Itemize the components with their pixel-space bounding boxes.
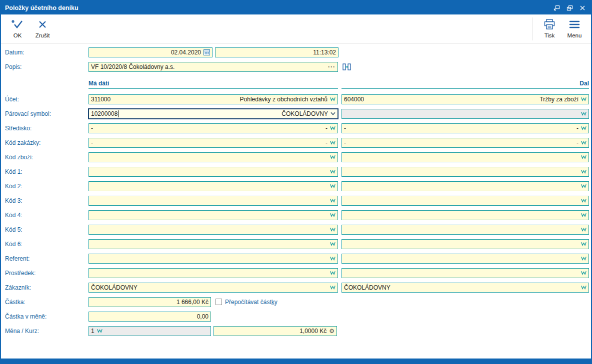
print-button[interactable]: Tisk — [537, 16, 562, 42]
field-label-kod-5: Kód 5: — [1, 226, 88, 233]
close-icon[interactable] — [577, 2, 588, 13]
referent-debit-field[interactable] — [88, 254, 338, 264]
calendar-icon[interactable] — [204, 49, 210, 55]
lookup-dropdown-icon[interactable] — [330, 155, 336, 159]
kod-zakazky-debit-secondary-value: - — [322, 139, 328, 146]
toolbar-separator — [532, 17, 533, 40]
lookup-dropdown-icon[interactable] — [581, 213, 586, 217]
credit-column-header-label: Dal — [580, 80, 589, 87]
parovaci-symbol-debit-field[interactable]: 10200008ČOKOLÁDOVNY — [88, 109, 338, 119]
kod-3-debit-field[interactable] — [88, 196, 338, 206]
field-label-kod-4: Kód 4: — [1, 212, 88, 219]
prostredek-debit-field[interactable] — [88, 268, 338, 278]
lookup-dropdown-icon[interactable] — [330, 140, 336, 145]
lookup-dropdown-icon[interactable] — [581, 140, 586, 145]
kod-zbozi-credit-field[interactable] — [342, 152, 589, 162]
lookup-dropdown-icon[interactable] — [330, 126, 336, 130]
lookup-dropdown-icon[interactable] — [330, 285, 336, 290]
kod-3-credit-field[interactable] — [342, 196, 589, 206]
field-label-prostredek: Prostředek: — [1, 270, 88, 277]
lookup-dropdown-icon[interactable] — [330, 184, 336, 188]
kod-1-credit-field[interactable] — [342, 167, 589, 177]
field-label-parovaci-symbol: Párovací symbol: — [1, 110, 88, 117]
form-row-referent: Referent: — [1, 251, 591, 266]
stredisko-credit-field[interactable]: -- — [342, 123, 589, 133]
amount-input[interactable]: 1 666,00 Kč — [88, 297, 211, 307]
kod-2-debit-field[interactable] — [88, 181, 338, 191]
kod-6-credit-field[interactable] — [342, 239, 589, 249]
lookup-dropdown-icon[interactable] — [581, 155, 586, 159]
field-label-castka: Částka: — [1, 299, 88, 306]
lookup-dropdown-icon[interactable] — [581, 227, 586, 232]
kod-5-debit-field[interactable] — [88, 225, 338, 235]
field-label-referent: Referent: — [1, 255, 88, 262]
field-label-kod-zakazky: Kód zakázky: — [1, 139, 88, 146]
field-label-ucet: Účet: — [1, 96, 88, 103]
form-row-ucet: Účet:311000Pohledávky z obchodních vztah… — [1, 92, 591, 106]
recalculate-amounts-label[interactable]: Přepočítávat částky — [225, 299, 278, 306]
lookup-dropdown-icon[interactable] — [581, 256, 586, 261]
form-row-kod-3: Kód 3: — [1, 193, 591, 208]
form-row-kod-4: Kód 4: — [1, 208, 591, 222]
kod-2-credit-field[interactable] — [342, 181, 589, 191]
kod-1-debit-field[interactable] — [88, 167, 338, 177]
lookup-dropdown-icon[interactable] — [330, 97, 336, 101]
cancel-button[interactable]: Zrušit — [30, 16, 55, 42]
dropdown-chevron-icon[interactable] — [330, 112, 336, 115]
kod-zakazky-credit-field[interactable]: -- — [342, 138, 589, 148]
maximize-icon[interactable] — [564, 2, 575, 13]
form-row-kod-2: Kód 2: — [1, 179, 591, 193]
lookup-dropdown-icon[interactable] — [330, 198, 336, 203]
currency-input[interactable]: 1 — [88, 326, 211, 336]
lookup-dropdown-icon[interactable] — [330, 271, 336, 275]
kod-4-debit-field[interactable] — [88, 210, 338, 220]
exchange-rate-value: 1,0000 Kč — [296, 328, 326, 335]
lookup-dropdown-icon[interactable] — [581, 242, 586, 246]
ucet-debit-secondary-value: Pohledávky z obchodních vztahů — [237, 96, 328, 103]
ok-button[interactable]: OK — [5, 16, 30, 42]
referent-credit-field[interactable] — [342, 254, 589, 264]
split-columns-icon[interactable] — [342, 63, 351, 71]
row-popis: Popis: VF 10/2020/8 Čokoládovny a.s. ··· — [1, 59, 591, 74]
prostredek-credit-field[interactable] — [342, 268, 589, 278]
recalculate-amounts-checkbox[interactable] — [216, 299, 222, 305]
ucet-debit-field[interactable]: 311000Pohledávky z obchodních vztahů — [88, 94, 338, 104]
kod-4-credit-field[interactable] — [342, 210, 589, 220]
ucet-credit-field[interactable]: 604000Tržby za zboží — [342, 94, 589, 104]
exchange-rate-input[interactable]: 1,0000 Kč ⚙ — [214, 326, 337, 336]
lookup-dropdown-icon[interactable] — [97, 329, 102, 333]
kod-5-credit-field[interactable] — [342, 225, 589, 235]
lookup-dropdown-icon[interactable] — [330, 213, 336, 217]
lookup-dropdown-icon[interactable] — [581, 198, 586, 203]
lookup-dropdown-icon[interactable] — [330, 242, 336, 246]
kod-zbozi-debit-field[interactable] — [88, 152, 338, 162]
menu-button[interactable]: Menu — [562, 16, 587, 42]
stredisko-debit-field[interactable]: -- — [88, 123, 338, 133]
row-castka-v-mene: Částka v měně: 0,00 — [1, 309, 591, 324]
lookup-dropdown-icon[interactable] — [581, 97, 586, 101]
parovaci-symbol-credit-field[interactable] — [342, 109, 589, 119]
lookup-dropdown-icon[interactable] — [330, 227, 336, 232]
date-input[interactable]: 02.04.2020 — [88, 47, 212, 57]
stredisko-credit-secondary-value: - — [574, 125, 578, 132]
lookup-dropdown-icon[interactable] — [581, 285, 586, 290]
description-input[interactable]: VF 10/2020/8 Čokoládovny a.s. ··· — [88, 62, 338, 72]
ellipsis-button[interactable]: ··· — [325, 63, 336, 70]
lookup-dropdown-icon[interactable] — [330, 256, 336, 261]
time-input[interactable]: 11:13:02 — [215, 47, 338, 57]
gear-icon[interactable]: ⚙ — [329, 328, 334, 334]
window-title: Položky účetního deníku — [5, 4, 78, 11]
currency-amount-input[interactable]: 0,00 — [88, 312, 211, 322]
restore-down-icon[interactable] — [551, 2, 562, 13]
lookup-dropdown-icon[interactable] — [581, 271, 586, 275]
zakaznik-debit-field[interactable]: ČOKOLÁDOVNY — [88, 283, 338, 293]
lookup-dropdown-icon[interactable] — [581, 169, 586, 174]
kod-6-debit-field[interactable] — [88, 239, 338, 249]
zakaznik-credit-field[interactable]: ČOKOLÁDOVNY — [342, 283, 589, 293]
lookup-dropdown-icon[interactable] — [581, 111, 586, 116]
kod-zakazky-debit-field[interactable]: -- — [88, 138, 338, 148]
lookup-dropdown-icon[interactable] — [330, 169, 336, 174]
lookup-dropdown-icon[interactable] — [581, 126, 586, 130]
lookup-dropdown-icon[interactable] — [581, 184, 586, 188]
hamburger-menu-icon — [568, 19, 581, 31]
